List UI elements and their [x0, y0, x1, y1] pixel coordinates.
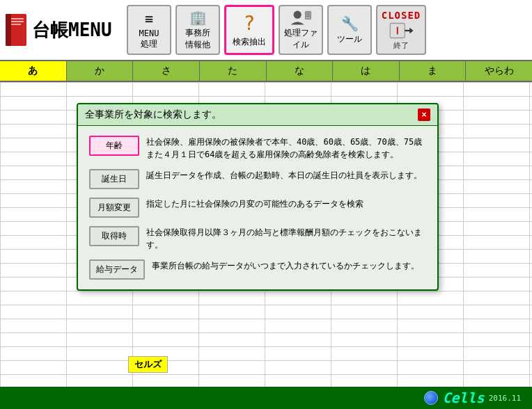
closed-button[interactable]: CLOSED 終了	[376, 5, 426, 55]
dialog-overlay: 全事業所を対象に検索します。 × 年齢 社会保険、雇用保険の被保険者で本年、40…	[0, 82, 532, 387]
svg-rect-3	[11, 21, 24, 22]
footer-brand: Cells	[442, 390, 484, 406]
exit-icon	[389, 21, 414, 40]
svg-rect-2	[11, 18, 24, 19]
dialog-title-bar: 全事業所を対象に検索します。 ×	[78, 104, 437, 126]
nenrei-button[interactable]: 年齢	[89, 136, 139, 156]
gakuhenkou-button[interactable]: 月額変更	[89, 198, 139, 218]
kensaku-label: 検索抽出	[233, 36, 266, 48]
book-icon	[4, 13, 29, 47]
svg-rect-1	[6, 14, 11, 46]
logo-title: 台帳MENU	[32, 18, 112, 42]
header: 台帳MENU ≡ MENU 処理 🏢 事務所 情報他 ? 検索抽出	[0, 0, 532, 61]
gakuhenkou-text: 指定した月に社会保険の月変の可能性のあるデータを検索	[146, 198, 426, 210]
svg-point-5	[294, 11, 302, 19]
nenrei-text: 社会保険、雇用保険の被保険者で本年、40歳、60歳、65歳、70歳、75歳 また…	[146, 136, 426, 161]
cellz-cell[interactable]: セルズ	[128, 356, 168, 373]
tool-button[interactable]: 🔧 ツール	[327, 5, 372, 55]
tool-icon: 🔧	[341, 15, 359, 32]
kensaku-icon: ?	[244, 12, 256, 35]
dialog-row-gakuhenkou: 月額変更 指定した月に社会保険の月変の可能性のあるデータを検索	[89, 198, 426, 218]
dialog-body: 年齢 社会保険、雇用保険の被保険者で本年、40歳、60歳、65歳、70歳、75歳…	[78, 126, 437, 289]
dialog-row-nenrei: 年齢 社会保険、雇用保険の被保険者で本年、40歳、60歳、65歳、70歳、75歳…	[89, 136, 426, 161]
content-area: セルズ 全事業所を対象に検索します。 × 年齢 社会保険、雇用保険の被保険者で本…	[0, 82, 532, 387]
tab-a[interactable]: あ	[0, 61, 67, 81]
kyuyodata-button[interactable]: 給与データ	[89, 259, 145, 280]
tanjobi-text: 誕生日データを作成、台帳の起動時、本日の誕生日の社員を表示します。	[146, 169, 426, 182]
logo-area: 台帳MENU	[4, 13, 123, 47]
footer: Cells 2016.11	[0, 387, 532, 409]
shutokushi-button[interactable]: 取得時	[89, 226, 139, 246]
menu-label-line1: MENU	[139, 29, 159, 38]
tab-ma[interactable]: ま	[400, 61, 467, 81]
dialog-row-tanjobi: 誕生日 誕生日データを作成、台帳の起動時、本日の誕生日の社員を表示します。	[89, 169, 426, 189]
search-dialog: 全事業所を対象に検索します。 × 年齢 社会保険、雇用保険の被保険者で本年、40…	[77, 103, 439, 291]
closed-sublabel: 終了	[393, 40, 409, 51]
dialog-row-shutokushi: 取得時 社会保険取得月以降３ヶ月の給与と標準報酬月額のチェックをおこないます。	[89, 226, 426, 251]
dialog-row-kyuyodata: 給与データ 事業所台帳の給与データがいつまで入力されているかチェックします。	[89, 259, 426, 280]
tab-sa[interactable]: さ	[133, 61, 200, 81]
kensaku-button[interactable]: ? 検索抽出	[224, 5, 274, 55]
tab-row: あ か さ た な は ま やらわ	[0, 61, 532, 82]
main-layout: 台帳MENU ≡ MENU 処理 🏢 事務所 情報他 ? 検索抽出	[0, 0, 532, 409]
jimusho-button[interactable]: 🏢 事務所 情報他	[175, 5, 220, 55]
tab-yarawa[interactable]: やらわ	[466, 61, 532, 81]
tab-na[interactable]: な	[267, 61, 334, 81]
tanjobi-button[interactable]: 誕生日	[89, 169, 139, 189]
svg-rect-4	[11, 24, 21, 25]
tool-label: ツール	[337, 33, 362, 45]
jimusho-label-line1: 事務所	[185, 27, 210, 39]
globe-icon	[424, 391, 438, 405]
menu-icon: ≡	[145, 10, 153, 27]
menu-button[interactable]: ≡ MENU 処理	[127, 5, 171, 55]
tab-ta[interactable]: た	[200, 61, 267, 81]
svg-marker-12	[409, 27, 413, 33]
tab-ha[interactable]: は	[333, 61, 400, 81]
shori-icon	[290, 9, 312, 27]
jimusho-label-line2: 情報他	[185, 39, 210, 51]
dialog-title: 全事業所を対象に検索します。	[85, 109, 221, 121]
dialog-close-button[interactable]: ×	[418, 109, 430, 121]
shori-label: 処理ファイル	[283, 27, 319, 51]
footer-version: 2016.11	[489, 394, 521, 403]
menu-label-line2: 処理	[141, 38, 157, 50]
kyuyodata-text: 事業所台帳の給与データがいつまで入力されているかチェックします。	[152, 259, 426, 272]
jimusho-icon: 🏢	[189, 9, 207, 26]
shori-button[interactable]: 処理ファイル	[279, 5, 323, 55]
shutokushi-text: 社会保険取得月以降３ヶ月の給与と標準報酬月額のチェックをおこないます。	[146, 226, 426, 251]
footer-logo: Cells 2016.11	[424, 390, 521, 406]
closed-label: CLOSED	[382, 10, 421, 21]
tab-ka[interactable]: か	[67, 61, 134, 81]
svg-rect-6	[305, 11, 311, 19]
